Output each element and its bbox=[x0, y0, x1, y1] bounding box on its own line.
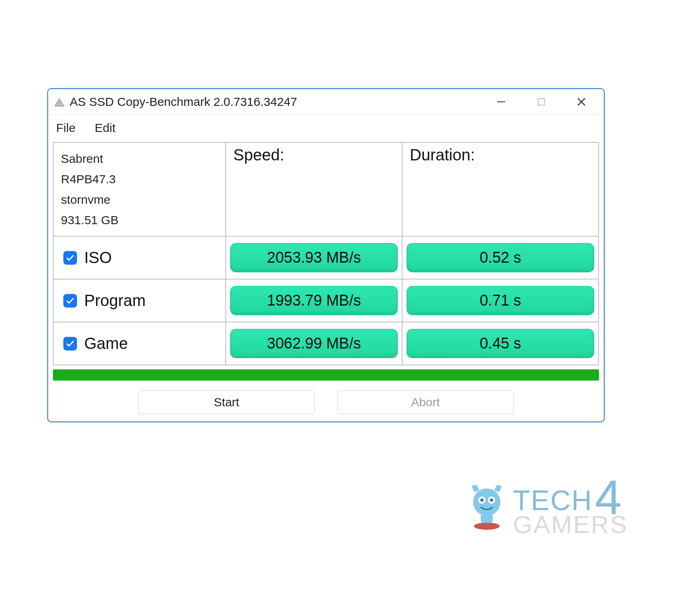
window-title: AS SSD Copy-Benchmark 2.0.7316.34247 bbox=[70, 95, 493, 109]
mascot-icon bbox=[465, 482, 509, 530]
drive-capacity: 931.51 GB bbox=[61, 210, 218, 230]
duration-game: 0.45 s bbox=[407, 329, 594, 358]
watermark-digit: 4 bbox=[595, 480, 623, 514]
titlebar: AS SSD Copy-Benchmark 2.0.7316.34247 bbox=[48, 89, 604, 115]
drive-info-cell: Sabrent R4PB47.3 stornvme 931.51 GB bbox=[53, 142, 226, 236]
drive-driver: stornvme bbox=[61, 189, 218, 210]
label-program: Program bbox=[84, 292, 146, 310]
window-controls bbox=[493, 94, 601, 110]
menu-file[interactable]: File bbox=[56, 121, 75, 135]
checkbox-program[interactable] bbox=[63, 294, 77, 308]
speed-game: 3062.99 MB/s bbox=[230, 329, 398, 358]
drive-name: Sabrent bbox=[61, 148, 218, 169]
watermark-text: TECH 4 GAMERS bbox=[513, 476, 628, 536]
app-icon bbox=[53, 97, 66, 107]
watermark-line1: TECH bbox=[513, 488, 593, 513]
row-iso: ISO 2053.93 MB/s 0.52 s bbox=[53, 236, 599, 279]
progress-bar bbox=[53, 369, 599, 381]
speed-program: 1993.79 MB/s bbox=[230, 286, 398, 315]
benchmark-table: Sabrent R4PB47.3 stornvme 931.51 GB Spee… bbox=[53, 142, 599, 365]
duration-iso: 0.52 s bbox=[407, 243, 594, 272]
row-label-game: Game bbox=[61, 327, 218, 360]
app-window: AS SSD Copy-Benchmark 2.0.7316.34247 Fil… bbox=[47, 88, 605, 422]
content-area: Sabrent R4PB47.3 stornvme 931.51 GB Spee… bbox=[48, 142, 604, 421]
row-game: Game 3062.99 MB/s 0.45 s bbox=[53, 322, 599, 365]
drive-firmware: R4PB47.3 bbox=[61, 169, 218, 189]
svg-point-9 bbox=[490, 498, 493, 502]
row-label-program: Program bbox=[61, 284, 218, 317]
checkbox-iso[interactable] bbox=[63, 251, 77, 265]
svg-point-5 bbox=[473, 488, 500, 516]
row-program: Program 1993.79 MB/s 0.71 s bbox=[53, 279, 599, 322]
checkbox-game[interactable] bbox=[63, 337, 77, 351]
svg-point-4 bbox=[474, 523, 500, 530]
label-iso: ISO bbox=[84, 249, 112, 267]
svg-rect-10 bbox=[481, 514, 493, 523]
row-label-iso: ISO bbox=[61, 241, 218, 274]
maximize-button[interactable] bbox=[533, 94, 549, 110]
start-button[interactable]: Start bbox=[138, 390, 315, 414]
close-button[interactable] bbox=[573, 94, 589, 110]
col-header-duration: Duration: bbox=[402, 142, 599, 236]
menubar: File Edit bbox=[48, 115, 604, 142]
speed-iso: 2053.93 MB/s bbox=[230, 243, 398, 272]
col-header-speed: Speed: bbox=[226, 142, 402, 236]
watermark-logo: TECH 4 GAMERS bbox=[465, 476, 628, 536]
svg-rect-1 bbox=[538, 99, 544, 105]
button-row: Start Abort bbox=[53, 389, 599, 416]
svg-point-8 bbox=[480, 498, 484, 502]
label-game: Game bbox=[84, 334, 128, 353]
abort-button[interactable]: Abort bbox=[337, 390, 514, 414]
minimize-button[interactable] bbox=[493, 94, 509, 110]
duration-program: 0.71 s bbox=[407, 286, 594, 315]
menu-edit[interactable]: Edit bbox=[95, 121, 115, 135]
header-row: Sabrent R4PB47.3 stornvme 931.51 GB Spee… bbox=[53, 142, 599, 236]
